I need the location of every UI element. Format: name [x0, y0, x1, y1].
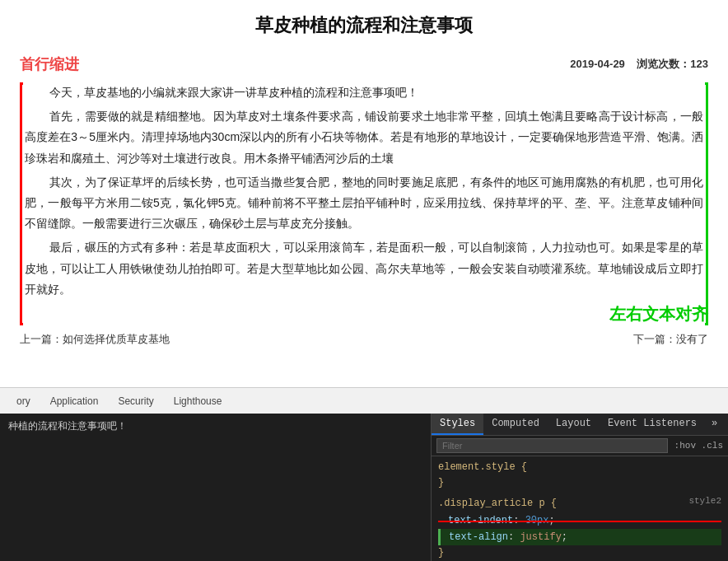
- styles-prop-text-align: text-align: [449, 531, 508, 543]
- article-area: 草皮种植的流程和注意事项 首行缩进 2019-04-29 浏览次数：123 今天…: [0, 0, 728, 387]
- article-para-3: 其次，为了保证草坪的后续长势，也可适当撒些复合肥，整地的同时要施足底肥，有条件的…: [25, 172, 703, 235]
- styles-filter-input[interactable]: [436, 438, 668, 453]
- tab-ory[interactable]: ory: [7, 390, 40, 414]
- tab-event-listeners[interactable]: Event Listeners: [600, 414, 705, 435]
- styles-prop-text-indent: text-indent: [448, 515, 513, 526]
- styles-selector-display-article-close: }: [438, 545, 721, 561]
- article-para-4: 最后，碾压的方式有多种：若是草皮面积大，可以采用滚筒车，若是面积一般，可以自制滚…: [25, 237, 703, 300]
- styles-filter-bar: :hov .cls: [432, 436, 728, 456]
- next-article: 下一篇：没有了: [633, 332, 708, 347]
- tab-security[interactable]: Security: [108, 390, 163, 414]
- styles-rule-text-align: text-align: justify;: [438, 529, 721, 545]
- styles-selector-element: element.style {: [438, 460, 721, 475]
- styles-semi-2: ;: [562, 531, 567, 543]
- devtools-main: 种植的流程和注意事项吧！ Styles Computed Layout Even…: [0, 414, 728, 561]
- article-views-label: 浏览次数：: [637, 58, 690, 70]
- article-para-1: 今天，草皮基地的小编就来跟大家讲一讲草皮种植的流程和注意事项吧！: [25, 82, 703, 103]
- styles-val-text-indent: 30px: [525, 515, 549, 526]
- next-text: 没有了: [676, 333, 708, 345]
- tab-lighthouse[interactable]: Lighthouse: [164, 390, 232, 414]
- article-views-count: 123: [690, 58, 708, 70]
- devtools-element-line: 种植的流程和注意事项吧！: [8, 418, 422, 435]
- devtools-left-panel: 种植的流程和注意事项吧！: [0, 414, 432, 561]
- article-date: 2019-04-29: [570, 58, 625, 70]
- devtools-tabs-bar: ory Application Security Lighthouse: [0, 387, 728, 414]
- prev-label: 上一篇：: [20, 333, 63, 345]
- styles-block-display-article: .display_article p { style2 text-indent:…: [438, 496, 721, 561]
- tab-styles[interactable]: Styles: [432, 414, 483, 435]
- styles-filter-extra: :hov .cls: [674, 441, 723, 451]
- article-text: 今天，草皮基地的小编就来跟大家讲一讲草皮种植的流程和注意事项吧！ 首先，需要做的…: [20, 82, 708, 300]
- article-meta: 首行缩进 2019-04-29 浏览次数：123: [20, 54, 708, 74]
- tab-computed[interactable]: Computed: [483, 414, 548, 435]
- tab-more[interactable]: »: [705, 414, 724, 435]
- styles-content: element.style { } .display_article p { s…: [432, 456, 728, 561]
- styles-semi-1: ;: [548, 515, 554, 526]
- left-right-label: 左右文本对齐: [20, 303, 708, 325]
- styles-val-text-align: justify: [520, 531, 561, 543]
- tab-layout[interactable]: Layout: [548, 414, 600, 435]
- styles-rule-text-indent: text-indent: 30px;: [438, 512, 721, 529]
- style-source-2: style2: [688, 496, 721, 512]
- devtools-right-panel: Styles Computed Layout Event Listeners »…: [432, 414, 728, 561]
- styles-block-element: element.style { }: [438, 460, 721, 491]
- article-nav: 上一篇：如何选择优质草皮基地 下一篇：没有了: [20, 332, 708, 347]
- styles-colon-2: :: [508, 531, 520, 543]
- prev-article: 上一篇：如何选择优质草皮基地: [20, 332, 170, 347]
- styles-selector-display-article: .display_article p {: [438, 496, 557, 512]
- styles-selector-element-close: }: [438, 475, 721, 491]
- devtools-right-tabs: Styles Computed Layout Event Listeners »: [432, 414, 728, 436]
- tab-application[interactable]: Application: [40, 390, 109, 414]
- article-meta-right: 2019-04-29 浏览次数：123: [570, 57, 708, 72]
- styles-colon-1: :: [513, 515, 525, 526]
- next-label: 下一篇：: [633, 333, 676, 345]
- article-title: 草皮种植的流程和注意事项: [20, 13, 708, 38]
- prev-link[interactable]: 如何选择优质草皮基地: [63, 333, 170, 345]
- article-para-2: 首先，需要做的就是精细整地。因为草皮对土壤条件要求高，铺设前要求土地非常平整，回…: [25, 106, 703, 169]
- article-heading: 首行缩进: [20, 54, 79, 74]
- article-body: 今天，草皮基地的小编就来跟大家讲一讲草皮种植的流程和注意事项吧！ 首先，需要做的…: [20, 82, 708, 300]
